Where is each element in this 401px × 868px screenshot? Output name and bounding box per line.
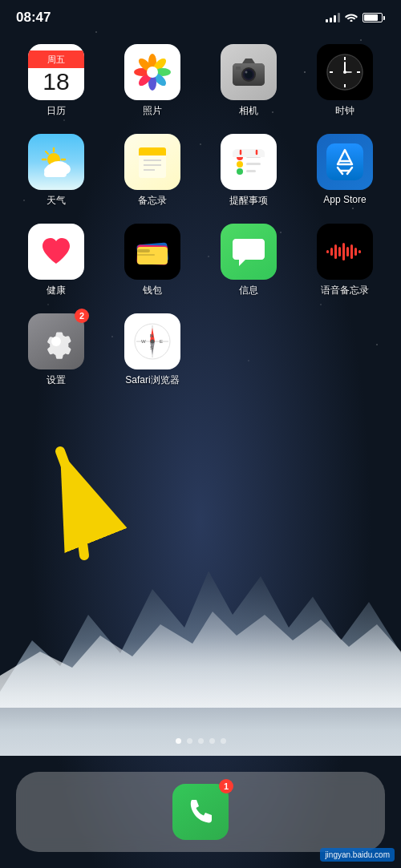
appstore-icon (326, 143, 363, 180)
app-grid: 周五 18 日历 照片 (12, 44, 389, 387)
arrow-annotation (36, 411, 132, 571)
svg-marker-11 (242, 59, 255, 63)
app-weather[interactable]: 天气 (12, 134, 100, 208)
svg-point-47 (237, 161, 243, 168)
weather-label: 天气 (47, 194, 66, 208)
settings-gear-icon (38, 324, 74, 359)
dock-phone[interactable]: 1 (172, 784, 229, 840)
svg-rect-50 (246, 170, 256, 172)
page-dot-5[interactable] (221, 738, 226, 744)
page-dot-1[interactable] (176, 738, 181, 744)
svg-rect-67 (334, 244, 337, 259)
settings-label: 设置 (47, 373, 66, 387)
camera-icon (231, 57, 266, 87)
page-dot-4[interactable] (209, 738, 215, 744)
svg-rect-66 (330, 248, 333, 256)
page-dots (0, 738, 401, 744)
svg-text:E: E (160, 339, 163, 344)
svg-rect-65 (326, 250, 329, 253)
app-photos[interactable]: 照片 (108, 44, 196, 118)
app-reminders[interactable]: 提醒事项 (205, 134, 293, 208)
settings-badge: 2 (75, 309, 89, 323)
svg-rect-40 (139, 152, 166, 155)
dock: 1 (16, 772, 385, 852)
voicememos-icon (325, 240, 365, 264)
phone-badge: 1 (219, 779, 233, 793)
svg-rect-70 (346, 247, 349, 256)
app-clock[interactable]: 时钟 (301, 44, 389, 118)
watermark: jingyan.baidu.com (320, 848, 395, 862)
svg-text:W: W (141, 339, 146, 344)
app-safari[interactable]: N S E W Safari浏览器 (108, 313, 196, 387)
app-voicememos[interactable]: 语音备忘录 (301, 224, 389, 297)
svg-rect-71 (350, 244, 353, 259)
calendar-date: 18 (43, 70, 69, 94)
wallet-icon (132, 232, 172, 272)
app-health[interactable]: 健康 (12, 224, 100, 297)
page-dot-2[interactable] (187, 738, 192, 744)
app-wallet[interactable]: 钱包 (108, 224, 196, 297)
battery-icon (363, 13, 385, 22)
app-calendar[interactable]: 周五 18 日历 (12, 44, 100, 118)
page-dot-3[interactable] (198, 738, 204, 744)
svg-rect-68 (338, 247, 341, 256)
svg-rect-69 (342, 243, 345, 260)
svg-point-15 (245, 71, 248, 74)
notes-icon (136, 143, 169, 181)
signal-icon (326, 13, 340, 22)
svg-point-8 (147, 67, 158, 78)
appstore-label: App Store (323, 194, 366, 205)
photos-icon (132, 52, 172, 92)
svg-line-31 (46, 151, 48, 154)
svg-rect-63 (137, 249, 150, 252)
svg-rect-52 (233, 152, 265, 157)
safari-label: Safari浏览器 (125, 373, 179, 387)
calendar-day: 周五 (28, 50, 84, 68)
voicememos-label: 语音备忘录 (321, 284, 369, 297)
svg-text:N: N (150, 333, 153, 338)
app-notes[interactable]: 备忘录 (108, 134, 196, 208)
svg-point-79 (151, 340, 155, 344)
messages-label: 信息 (239, 284, 258, 297)
phone-icon (185, 797, 216, 827)
reminders-label: 提醒事项 (229, 194, 268, 208)
camera-label: 相机 (239, 104, 258, 118)
clock-label: 时钟 (335, 104, 354, 118)
status-icons (326, 11, 385, 24)
app-messages[interactable]: 信息 (205, 224, 293, 297)
svg-rect-16 (236, 67, 241, 70)
svg-text:S: S (150, 345, 153, 350)
reminders-icon (229, 143, 268, 181)
svg-rect-72 (354, 248, 357, 256)
svg-rect-48 (246, 163, 261, 165)
wifi-icon (345, 11, 358, 24)
photos-label: 照片 (143, 104, 162, 118)
wallet-label: 钱包 (143, 284, 162, 297)
app-settings[interactable]: 2 设置 (12, 313, 100, 387)
app-appstore[interactable]: App Store (301, 134, 389, 208)
health-label: 健康 (47, 284, 66, 297)
svg-rect-64 (137, 254, 155, 256)
app-camera[interactable]: 相机 (205, 44, 293, 118)
messages-icon (229, 232, 268, 271)
status-bar: 08:47 (0, 0, 401, 35)
notes-label: 备忘录 (138, 194, 167, 208)
clock-icon (325, 52, 365, 92)
safari-icon: N S E W (132, 321, 172, 361)
svg-point-49 (237, 168, 243, 175)
svg-rect-73 (358, 250, 361, 253)
weather-icon (36, 143, 76, 180)
health-icon (36, 232, 76, 272)
svg-rect-37 (44, 171, 67, 177)
status-time: 08:47 (16, 10, 51, 26)
svg-point-25 (343, 71, 346, 74)
calendar-label: 日历 (47, 104, 66, 118)
